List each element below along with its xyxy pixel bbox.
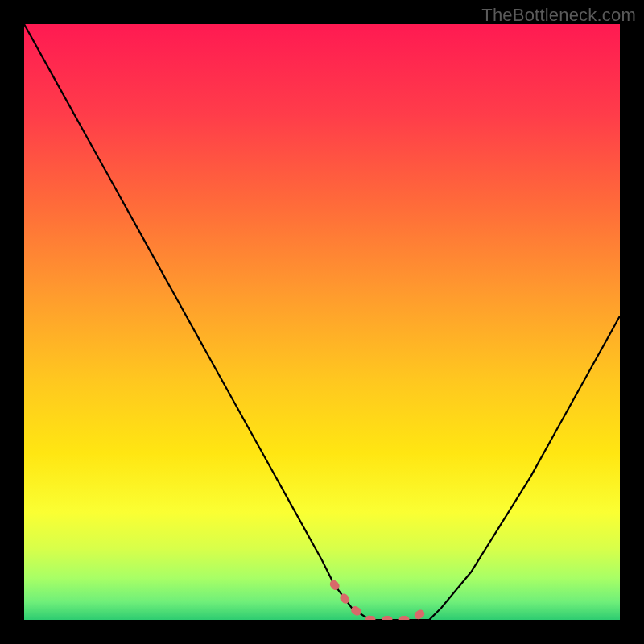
watermark-text: TheBottleneck.com xyxy=(481,5,636,26)
bottleneck-chart xyxy=(24,24,620,620)
gradient-background xyxy=(24,24,620,620)
chart-frame xyxy=(24,24,620,620)
